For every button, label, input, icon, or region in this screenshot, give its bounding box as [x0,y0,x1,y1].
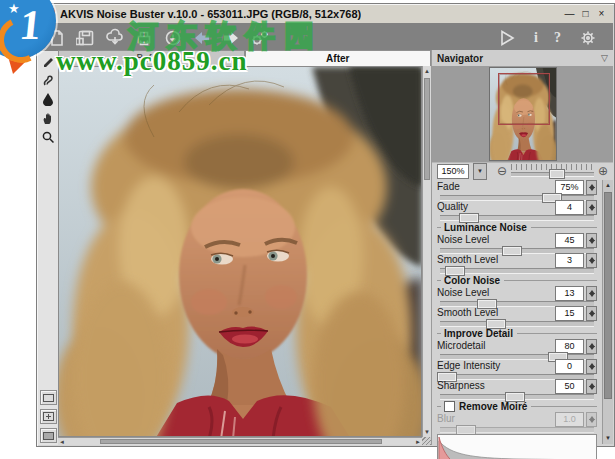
group-label: Color Noise [444,275,500,286]
canvas-horizontal-scrollbar[interactable]: ◄ ► [58,437,422,445]
remove-moire-checkbox[interactable] [444,401,455,412]
hand-icon [41,111,55,125]
fit-to-window-button[interactable] [40,409,57,424]
info-icon: i [534,30,538,45]
zoom-slider[interactable] [511,164,594,178]
scroll-right-icon[interactable]: ► [415,438,421,446]
quality-value[interactable]: 4 [555,200,584,215]
noise-level-value[interactable]: 13 [555,286,584,301]
run-button[interactable] [496,27,518,49]
smart-brush-tool[interactable] [38,70,58,89]
navigator-title: Navigator [437,53,483,64]
canvas-vertical-scrollbar[interactable]: ▲ ▼ [422,66,431,437]
tool-column [38,51,59,445]
sharpness-row: Sharpness 50 [437,379,597,393]
zoom-value[interactable]: 150% [437,164,469,179]
help-icon: ? [554,30,561,45]
blur-tool[interactable] [38,89,58,108]
collapse-triangle-icon[interactable]: ▽ [601,53,608,63]
scroll-left-icon[interactable]: ◄ [59,438,65,446]
fade-label: Fade [437,181,460,192]
smart-brush-icon [41,73,55,87]
view-frame[interactable] [498,73,550,125]
postprocess-brush-tool[interactable] [38,51,58,70]
fade-spinner[interactable] [586,180,597,195]
blur-label: Blur [437,413,455,424]
edge-intensity-row: Edge Intensity 0 [437,359,597,373]
remove-moire-group: Remove Moiré [437,400,597,412]
fade-row: Fade 75% [437,180,597,194]
zoom-out-button[interactable]: ⊖ [497,165,507,177]
smooth-level-label: Smooth Level [437,254,498,265]
info-button[interactable]: i [534,30,538,46]
chevron-down-icon: ▼ [477,168,483,174]
edge-intensity-value[interactable]: 0 [555,359,584,374]
actual-size-icon [43,432,54,440]
smooth-level-value[interactable]: 3 [555,253,584,268]
horizontal-scroll-thumb[interactable] [100,439,382,444]
noise-level-spinner[interactable] [586,233,597,248]
vertical-scroll-thumb[interactable] [424,78,430,180]
import-cloud-icon [105,28,125,48]
navigator-thumbnail-area [432,66,613,163]
scroll-up-icon[interactable]: ▲ [603,180,613,191]
edge-intensity-label: Edge Intensity [437,360,500,371]
zoom-in-button[interactable]: ⊕ [598,165,608,177]
noise-level-spinner[interactable] [586,286,597,301]
smooth-level-spinner[interactable] [586,253,597,268]
color-noise-level-row: Noise Level 13 [437,286,597,300]
quality-spinner[interactable] [586,200,597,215]
resize-grip[interactable] [422,437,431,445]
sharpness-label: Sharpness [437,380,485,391]
scroll-up-icon[interactable]: ▲ [423,67,431,75]
group-label: Luminance Noise [444,222,527,233]
settings-scrollbar[interactable]: ▲ ▼ [602,180,613,444]
zoom-tool[interactable] [38,127,58,146]
color-smooth-level-row: Smooth Level 15 [437,306,597,320]
brush-icon [41,54,55,68]
url-watermark-text: www.pc0859.cn [56,46,248,77]
microdetail-spinner[interactable] [586,339,597,354]
sharpness-spinner[interactable] [586,379,597,394]
blur-value: 1.0 [555,412,584,427]
smooth-level-value[interactable]: 15 [555,306,584,321]
portrait-image [59,67,422,437]
settings-scroll-thumb[interactable] [604,192,612,399]
close-button[interactable]: × [595,8,608,21]
edge-intensity-spinner[interactable] [586,359,597,374]
blur-spinner [586,412,597,427]
settings-panel: Fade 75% Quality 4 Luminance Noise Noise… [434,180,600,443]
noise-level-label: Noise Level [437,234,489,245]
zoom-dropdown-button[interactable]: ▼ [473,163,487,180]
quality-row: Quality 4 [437,200,597,214]
luminance-noise-level-row: Noise Level 45 [437,233,597,247]
zoom-controls: 150% ▼ ⊖ ⊕ [432,162,613,180]
image-area: Before After ▲ ▼ ◄ ► [58,50,431,445]
actual-size-button[interactable] [40,428,57,443]
blur-row: Blur 1.0 [437,412,597,426]
zoom-slider-thumb[interactable] [549,169,565,179]
histogram-curve [438,435,596,459]
sharpness-value[interactable]: 50 [555,379,584,394]
microdetail-row: Microdetail 80 [437,339,597,353]
group-label: Remove Moiré [459,401,527,412]
hand-tool[interactable] [38,108,58,127]
luminance-noise-group: Luminance Noise [437,221,597,233]
right-panel: Navigator ▽ 150% ▼ ⊖ [431,50,613,445]
microdetail-label: Microdetail [437,340,485,351]
scroll-down-icon[interactable]: ▼ [423,428,431,436]
minimize-button[interactable]: — [563,8,576,21]
preview-window-button[interactable] [40,390,57,405]
image-canvas[interactable] [58,66,422,437]
droplet-icon [41,92,55,106]
smooth-level-spinner[interactable] [586,306,597,321]
fit-image-icon [43,412,54,421]
title-bar[interactable]: AKVIS Noise Buster v.10.0 - 653011.JPG (… [38,5,613,23]
help-button[interactable]: ? [554,30,561,46]
maximize-button[interactable]: □ [579,8,592,21]
noise-level-value[interactable]: 45 [555,233,584,248]
scroll-down-icon[interactable]: ▼ [603,433,613,444]
preferences-button[interactable] [577,27,599,49]
quality-label: Quality [437,201,468,212]
logo-star-icon: ★ [8,1,20,16]
